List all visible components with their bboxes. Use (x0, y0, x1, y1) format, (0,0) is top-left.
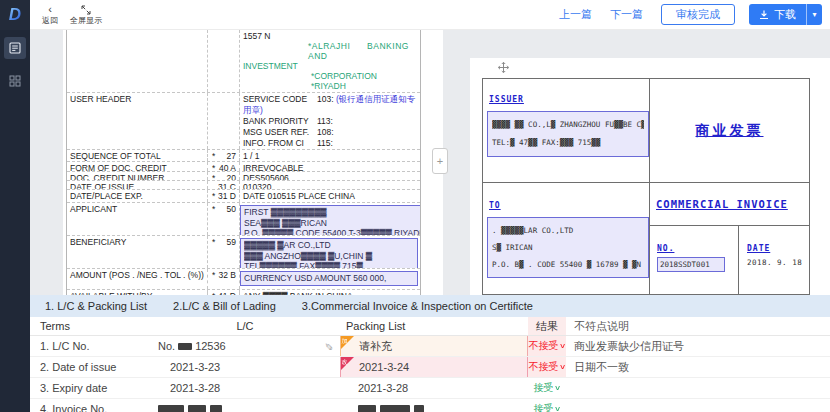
topbar: ‹ 返回 全屏显示 上一篇 下一篇 审核完成 下载 ▾ (30, 0, 830, 30)
tab-lc-bill-of-lading[interactable]: 2.L/C & Bill of Lading (173, 300, 276, 312)
to-label: TO (489, 201, 649, 210)
col-result: 结果 (528, 317, 566, 335)
invoice-date-value: 2018. 9. 18 (747, 258, 809, 267)
redacted-block (358, 405, 376, 412)
highlight-beneficiary: ▓▓▓▓▓ ▓AR CO.,LTD ▓▓▓ ANGZHO▓▓▓▓ ▓U,CHIN… (240, 238, 418, 269)
highlight-applicant: FIRST ▓▓▓▓▓▓▓▓▓ SEA▓▓▓ ▓▓▓RICAN P.O. ▓▓▓… (240, 205, 420, 236)
discrepancy-note: 日期不一致 (566, 357, 830, 377)
expand-handle[interactable]: + (432, 148, 448, 174)
sidebar-item-document[interactable] (4, 37, 26, 59)
swift-row: DATE OF ISSUE 31 C 010320 (67, 181, 420, 190)
highlight-invoice-no: 2018SSDT001 (657, 257, 725, 272)
invoice-to-cell: TO . ▓▓▓▓▓LAR CO.,LTD S▓ IRICAN P.O. B▓ … (483, 183, 649, 294)
packing-value-cell: 2021-3-28 (340, 378, 528, 398)
download-button-group: 下载 ▾ (749, 4, 822, 25)
sidebar (0, 30, 30, 412)
comparison-panel: 1. L/C & Packing List 2.L/C & Bill of La… (30, 295, 830, 412)
invoice-document-page[interactable]: ISSUER ▓▓▓▓ ▓▓ CO.,L▓ ZHANGZHOU FU▓▓BE C… (470, 58, 830, 295)
redacted-block (158, 405, 184, 412)
discrepancy-note (566, 399, 830, 412)
chevron-left-icon: ‹ (48, 4, 52, 15)
invoice-subtitle-cell: COMMERCIAL INVOICE (650, 183, 809, 226)
redacted-block (210, 405, 222, 412)
chevron-down-icon: ∨ (559, 342, 566, 350)
document-area: 1557 N *ALRAJHI BANKING AND INVESTMENT *… (30, 30, 830, 295)
lc-value-cell (150, 399, 340, 412)
highlight-amount: CURRENCY USD AMOUNT 560 000, (240, 271, 418, 286)
tab-invoice-inspection[interactable]: 3.Commercial Invoice & Inspection on Cer… (302, 300, 533, 312)
document-list-icon (9, 42, 21, 54)
swift-intro-value: 1557 N (243, 31, 418, 41)
chevron-down-icon: ∨ (559, 363, 566, 371)
invoice-title-en: COMMERCIAL INVOICE (656, 198, 788, 210)
invoice-table: ISSUER ▓▓▓▓ ▓▓ CO.,L▓ ZHANGZHOU FU▓▓BE C… (482, 78, 810, 295)
highlight-to: . ▓▓▓▓▓LAR CO.,LTD S▓ IRICAN P.O. B▓ . C… (487, 217, 649, 278)
sidebar-item-grid[interactable] (4, 70, 26, 92)
prev-doc-link[interactable]: 上一篇 (559, 7, 592, 22)
download-dropdown-button[interactable]: ▾ (806, 4, 822, 25)
back-label: 返回 (42, 17, 58, 25)
back-button[interactable]: ‹ 返回 (42, 4, 58, 25)
swift-row-applicant: APPLICANT *50 FIRST ▓▓▓▓▓▓▓▓▓ SEA▓▓▓ ▓▓▓… (67, 203, 420, 236)
swift-table: 1557 N *ALRAJHI BANKING AND INVESTMENT *… (66, 30, 421, 295)
redacted-block (178, 343, 192, 350)
added-flag-icon: 加 (341, 336, 354, 349)
logo-letter: D (9, 5, 21, 25)
result-select[interactable]: 不接受 ∨ (528, 357, 566, 377)
grid-icon (9, 75, 21, 87)
invoice-no-cell: NO. 2018SSDT001 (650, 226, 739, 294)
download-label: 下载 (774, 7, 796, 22)
redacted-block (188, 405, 206, 412)
invoice-title-cn: 商业发票 (696, 122, 764, 140)
swift-row-user-header: USER HEADER SERVICE CODE103: (银行通信用证通知专用… (67, 93, 420, 150)
lc-value-cell: 2021-3-28 (150, 378, 340, 398)
swift-row: FORM OF DOC. CREDIT *40 A IRREVOCABLE (67, 162, 420, 172)
fullscreen-label: 全屏显示 (70, 17, 102, 25)
swift-row-beneficiary: BENEFICIARY *59 ▓▓▓▓▓ ▓AR CO.,LTD ▓▓▓ AN… (67, 236, 420, 269)
discrepancy-note (566, 378, 830, 398)
packing-value-cell (340, 399, 528, 412)
table-row: 4. Invoice No. 接受 ∨ (30, 399, 830, 412)
next-doc-link[interactable]: 下一篇 (610, 7, 643, 22)
move-icon[interactable] (498, 62, 509, 73)
fullscreen-icon (81, 4, 91, 15)
invoice-date-cell: DATE 2018. 9. 18 (739, 226, 809, 294)
lc-document-page[interactable]: 1557 N *ALRAJHI BANKING AND INVESTMENT *… (63, 30, 443, 295)
result-select[interactable]: 不接受 ∨ (528, 336, 566, 356)
caret-down-icon: ▾ (812, 10, 816, 19)
highlight-issuer: ▓▓▓▓ ▓▓ CO.,L▓ ZHANGZHOU FU▓▓BE C▓ ▓A TE… (487, 111, 649, 157)
table-row: 3. Expiry date 2021-3-28 2021-3-28 接受 ∨ (30, 378, 830, 399)
edit-icon[interactable]: ✎ (322, 342, 333, 350)
redacted-block (414, 405, 424, 412)
download-button[interactable]: 下载 (749, 4, 806, 25)
col-packing-list: Packing List (340, 317, 528, 335)
app-logo: D (0, 0, 30, 30)
col-discrepancy: 不符点说明 (566, 317, 830, 335)
table-header: Terms L/C Packing List 结果 不符点说明 (30, 317, 830, 336)
swift-row-amount: AMOUNT (POS . /NEG . TOL . (%)) *32 B CU… (67, 269, 420, 290)
col-lc: L/C (150, 317, 340, 335)
chevron-down-icon: ∨ (554, 384, 561, 392)
issuer-label: ISSUER (489, 95, 649, 104)
swift-row: DOC. CREDIT NUMBER *20 DES505606 (67, 172, 420, 181)
lc-value-cell: 2021-3-23 (150, 357, 340, 377)
discrepancy-note: 商业发票缺少信用证号 (566, 336, 830, 356)
redacted-block (380, 405, 410, 412)
invoice-date-label: DATE (747, 244, 809, 253)
result-select[interactable]: 接受 ∨ (528, 399, 566, 412)
packing-value-cell: 加 请补充 (340, 336, 528, 356)
fullscreen-button[interactable]: 全屏显示 (70, 4, 102, 25)
review-complete-button[interactable]: 审核完成 (661, 4, 735, 25)
download-icon (759, 10, 769, 20)
col-terms: Terms (30, 317, 150, 335)
invoice-title-cell: 商业发票 (650, 79, 809, 183)
lc-value-cell: No. 12536 ✎ (150, 336, 340, 356)
tab-lc-packing-list[interactable]: 1. L/C & Packing List (45, 300, 147, 312)
packing-value-cell: 改 2021-3-24 (340, 357, 528, 377)
table-row: 1. L/C No. No. 12536 ✎ 加 请补充 不接受 ∨ 商业发票缺… (30, 336, 830, 357)
invoice-issuer-cell: ISSUER ▓▓▓▓ ▓▓ CO.,L▓ ZHANGZHOU FU▓▓BE C… (483, 79, 649, 183)
result-select[interactable]: 接受 ∨ (528, 378, 566, 398)
modified-flag-icon: 改 (341, 357, 354, 370)
chevron-down-icon: ∨ (554, 405, 561, 412)
swift-row: DATE/PLACE EXP. *31 D DATE 010515 PLACE … (67, 190, 420, 203)
